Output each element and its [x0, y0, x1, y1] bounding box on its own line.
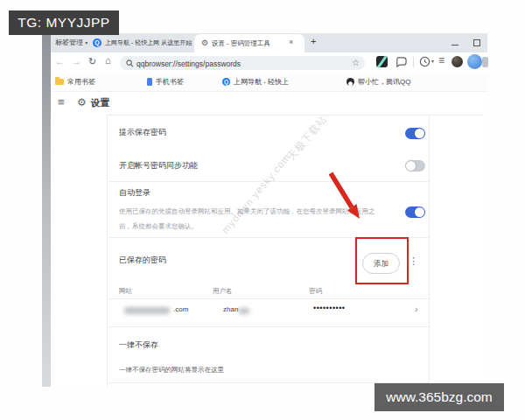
saved-passwords-title: 已保存的密码 [119, 256, 166, 265]
auto-login-desc-line2: 前，系统都会要求您确认。 [119, 222, 198, 230]
reload-icon[interactable]: ↻ [88, 56, 96, 67]
screenshot-root: 标签管理 ▾ Q 上网导航 - 轻快上网 从这里开始 ⚙ 设置 - 密码管理工具… [0, 0, 525, 420]
side-panel-handle[interactable] [482, 57, 488, 67]
settings-gear-icon: ⚙ [77, 96, 87, 108]
censored-username-tail [239, 308, 249, 314]
tg-watermark-badge: TG: MYYJJPP [9, 10, 119, 35]
window-minimize-button[interactable] [452, 45, 458, 46]
annotation-arrow [325, 169, 368, 225]
bookmark-star-icon[interactable]: ☆ [352, 58, 360, 68]
assistant-bubble[interactable] [467, 54, 482, 69]
header-divider [107, 115, 483, 116]
settings-menu-icon[interactable]: ≡ [58, 95, 65, 109]
annotation-highlight-rect [355, 237, 409, 284]
tab-close-icon[interactable]: × [289, 38, 293, 47]
username-text: zhan [223, 305, 238, 314]
site-watermark-badge: www.365bzg.com [374, 383, 504, 411]
back-icon[interactable]: ← [55, 56, 65, 67]
profile-avatar[interactable] [452, 56, 463, 67]
url-text: qqbrowser://settings/passwords [136, 60, 241, 68]
save-prompt-label: 提示保存密码 [119, 128, 166, 137]
sidebar-divider [107, 115, 108, 387]
tab-home-label: 上网导航 - 轻快上网 从这里开始 [105, 39, 192, 46]
history-caret-icon[interactable]: ▾ [431, 59, 434, 65]
search-icon [126, 60, 134, 67]
chevron-right-icon[interactable]: › [415, 304, 418, 315]
page-title: 设置 [91, 97, 109, 108]
qq-penguin-icon [346, 78, 354, 86]
new-tab-button[interactable]: + [311, 36, 316, 47]
tab-manager-label: 标签管理 [55, 38, 83, 46]
column-username: 用户名 [213, 287, 233, 295]
navigation-toolbar: ← → ↻ ⌂ qqbrowser://settings/passwords ☆ [51, 52, 487, 73]
address-bar[interactable]: qqbrowser://settings/passwords ☆ [120, 56, 365, 70]
content-right-edge [429, 115, 430, 387]
table-divider [108, 298, 429, 299]
toolbar-divider [413, 57, 414, 67]
forward-icon[interactable]: → [72, 56, 81, 67]
column-site: 网站 [119, 287, 132, 295]
tab-manager-button[interactable]: 标签管理 ▾ [55, 38, 88, 47]
bookmark-qq[interactable]: 帮小忙，腾讯QQ [358, 78, 410, 87]
q-logo-icon: Q [222, 78, 230, 86]
auto-login-title: 自动登录 [119, 188, 150, 198]
column-password: 密码 [309, 287, 322, 295]
save-prompt-toggle[interactable] [405, 128, 425, 139]
folder-icon [55, 79, 64, 85]
bookmark-common[interactable]: 常用书签 [67, 78, 95, 87]
site-visible-text: .com [173, 305, 188, 314]
never-save-empty-text: 一律不保存密码的网站将显示在这里 [119, 366, 224, 374]
bookmark-nav[interactable]: 上网导航 - 轻快上 [234, 78, 289, 87]
gear-favicon-icon: ⚙ [201, 38, 208, 48]
caret-down-icon: ▾ [85, 40, 88, 46]
screenshot-left-edge [42, 33, 51, 387]
password-dots: •••••••••• [313, 304, 346, 313]
phone-icon [147, 78, 152, 86]
bookmarks-bar: 常用书签 手机书签 Q 上网导航 - 轻快上 帮小忙，腾讯QQ [51, 73, 487, 92]
tab-settings-active[interactable]: ⚙ 设置 - 密码管理工具 × [194, 34, 304, 52]
bookmark-mobile[interactable]: 手机书签 [156, 78, 184, 87]
main-menu-icon[interactable]: ≡ [438, 54, 444, 66]
home-icon[interactable]: ⌂ [105, 55, 111, 67]
chat-bubble-icon[interactable] [396, 56, 407, 67]
qq-tool-icon[interactable] [376, 56, 388, 67]
censored-site-text [124, 307, 170, 314]
history-clock-icon[interactable] [419, 56, 430, 67]
table-divider [108, 326, 429, 327]
auto-login-toggle[interactable] [405, 206, 425, 218]
more-options-icon[interactable]: ⋮ [409, 256, 418, 267]
sync-toggle[interactable] [405, 160, 425, 172]
window-maximize-button[interactable] [473, 39, 480, 46]
sync-label: 开启帐号密码同步功能 [119, 161, 198, 171]
tab-settings-label: 设置 - 密码管理工具 [212, 39, 270, 47]
q-logo-icon: Q [93, 38, 102, 47]
never-save-title: 一律不保存 [119, 340, 158, 350]
tab-strip: 标签管理 ▾ Q 上网导航 - 轻快上网 从这里开始 ⚙ 设置 - 密码管理工具… [51, 33, 487, 52]
